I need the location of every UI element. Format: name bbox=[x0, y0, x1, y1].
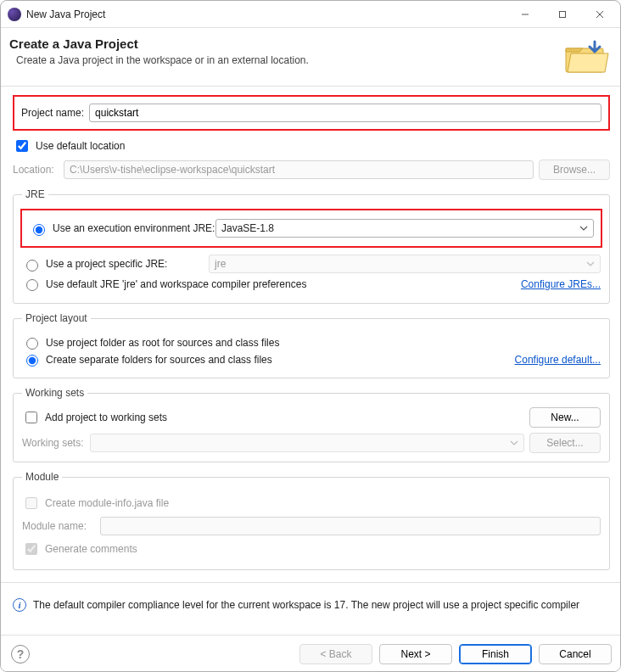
create-module-info-label: Create module-info.java file bbox=[45, 497, 169, 509]
add-to-working-sets-label: Add project to working sets bbox=[45, 412, 167, 423]
working-sets-group: Working sets Add project to working sets… bbox=[13, 387, 610, 462]
project-name-label: Project name: bbox=[21, 107, 84, 119]
cancel-button[interactable]: Cancel bbox=[539, 644, 612, 664]
chevron-down-icon bbox=[586, 260, 595, 268]
info-icon: i bbox=[13, 598, 26, 612]
layout-root-radio[interactable] bbox=[26, 338, 38, 350]
titlebar: New Java Project bbox=[1, 1, 621, 28]
jre-default-radio[interactable] bbox=[26, 279, 38, 291]
project-layout-group: Project layout Use project folder as roo… bbox=[13, 312, 610, 378]
project-name-input[interactable] bbox=[89, 104, 601, 122]
svg-rect-1 bbox=[560, 11, 566, 17]
configure-jres-link[interactable]: Configure JREs... bbox=[521, 278, 601, 290]
working-sets-legend: Working sets bbox=[22, 387, 87, 399]
generate-comments-label: Generate comments bbox=[45, 543, 137, 555]
project-layout-legend: Project layout bbox=[22, 312, 91, 324]
add-to-working-sets-checkbox[interactable] bbox=[25, 412, 37, 423]
back-button: < Back bbox=[299, 644, 372, 664]
maximize-button[interactable] bbox=[544, 3, 581, 26]
location-input bbox=[64, 160, 534, 179]
use-default-location-checkbox[interactable] bbox=[16, 140, 28, 152]
browse-button: Browse... bbox=[539, 160, 610, 180]
info-bar: i The default compiler compliance level … bbox=[13, 598, 610, 612]
working-sets-new-button[interactable]: New... bbox=[529, 407, 601, 428]
create-module-info-checkbox bbox=[25, 497, 37, 509]
layout-root-label: Use project folder as root for sources a… bbox=[46, 337, 279, 349]
chevron-down-icon bbox=[579, 224, 588, 232]
jre-env-label: Use an execution environment JRE: bbox=[53, 222, 215, 234]
next-button[interactable]: Next > bbox=[379, 644, 452, 664]
module-name-input bbox=[100, 517, 601, 535]
working-sets-label: Working sets: bbox=[22, 437, 85, 449]
working-sets-select bbox=[90, 434, 524, 452]
highlight-jre-env: Use an execution environment JRE: JavaSE… bbox=[20, 209, 602, 248]
minimize-button[interactable] bbox=[506, 3, 544, 26]
layout-separate-label: Create separate folders for sources and … bbox=[46, 354, 272, 366]
jre-default-label: Use default JRE 'jre' and workspace comp… bbox=[46, 278, 306, 290]
info-text: The default compiler compliance level fo… bbox=[33, 599, 579, 611]
jre-env-select[interactable]: JavaSE-1.8 bbox=[215, 219, 594, 238]
module-group: Module Create module-info.java file Modu… bbox=[13, 471, 610, 570]
window-controls bbox=[506, 3, 618, 26]
layout-separate-radio[interactable] bbox=[26, 355, 38, 367]
generate-comments-checkbox bbox=[25, 543, 37, 555]
use-default-location-label: Use default location bbox=[36, 140, 125, 152]
jre-project-specific-select: jre bbox=[209, 255, 601, 273]
help-icon[interactable]: ? bbox=[11, 645, 30, 664]
page-title: Create a Java Project bbox=[9, 36, 554, 51]
wizard-content: Project name: Use default location Locat… bbox=[1, 87, 621, 612]
configure-default-link[interactable]: Configure default... bbox=[515, 354, 601, 366]
page-subtitle: Create a Java project in the workspace o… bbox=[16, 54, 554, 66]
window-title: New Java Project bbox=[26, 8, 506, 20]
jre-env-radio[interactable] bbox=[33, 224, 45, 236]
jre-project-specific-radio[interactable] bbox=[26, 260, 38, 272]
module-name-label: Module name: bbox=[22, 520, 95, 532]
jre-group: JRE Use an execution environment JRE: Ja… bbox=[13, 188, 610, 304]
wizard-folder-icon bbox=[562, 36, 610, 77]
jre-project-specific-value: jre bbox=[215, 258, 226, 270]
chevron-down-icon bbox=[510, 439, 518, 447]
finish-button[interactable]: Finish bbox=[459, 644, 532, 664]
wizard-footer: ? < Back Next > Finish Cancel bbox=[1, 635, 621, 672]
location-label: Location: bbox=[13, 164, 59, 176]
working-sets-select-button: Select... bbox=[529, 433, 601, 453]
jre-env-select-value: JavaSE-1.8 bbox=[221, 222, 274, 234]
wizard-header: Create a Java Project Create a Java proj… bbox=[1, 28, 621, 87]
eclipse-icon bbox=[8, 8, 21, 21]
jre-project-specific-label: Use a project specific JRE: bbox=[46, 258, 167, 270]
close-button[interactable] bbox=[581, 3, 618, 26]
jre-legend: JRE bbox=[22, 188, 48, 200]
module-legend: Module bbox=[22, 471, 62, 483]
highlight-project-name: Project name: bbox=[13, 95, 610, 131]
